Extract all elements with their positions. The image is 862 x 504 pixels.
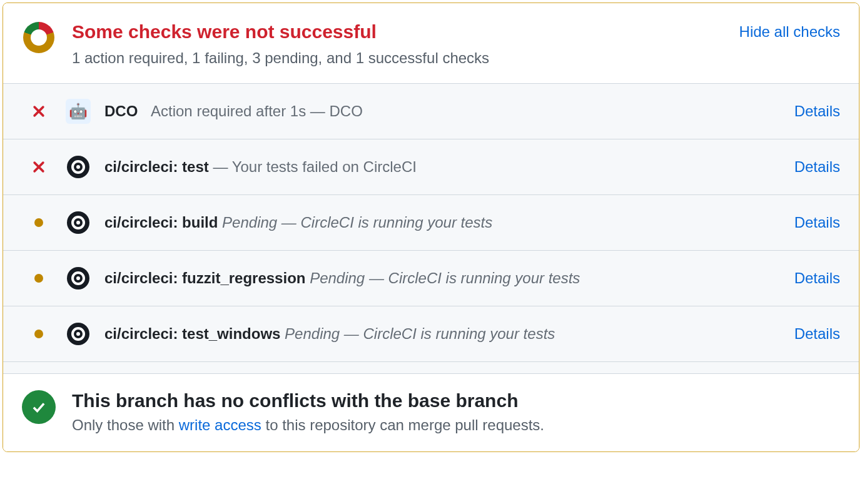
circleci-avatar-icon xyxy=(66,154,91,179)
check-name: ci/circleci: test xyxy=(104,158,209,175)
svg-point-5 xyxy=(76,276,80,280)
merge-footer-sub-pre: Only those with xyxy=(72,416,179,433)
check-description: — Your tests failed on CircleCI xyxy=(213,158,417,175)
check-text: ci/circleci: test_windows Pending — Circ… xyxy=(104,325,782,343)
write-access-link[interactable]: write access xyxy=(179,416,261,433)
check-name: DCO xyxy=(104,103,138,119)
circleci-avatar-icon xyxy=(66,210,91,235)
check-name: ci/circleci: test_windows xyxy=(104,325,280,342)
status-donut-icon xyxy=(23,22,54,53)
check-text: ci/circleci: build Pending — CircleCI is… xyxy=(104,214,782,231)
merge-footer-sub-post: to this repository can merge pull reques… xyxy=(261,416,544,433)
dco-bot-avatar-icon: 🤖 xyxy=(66,99,91,124)
check-row: ci/circleci: test — Your tests failed on… xyxy=(3,139,859,195)
circleci-avatar-icon xyxy=(66,321,91,346)
status-donut-wrap xyxy=(22,21,56,53)
check-name: ci/circleci: fuzzit_regression xyxy=(104,270,305,286)
status-pending-icon xyxy=(22,274,56,283)
merge-footer: This branch has no conflicts with the ba… xyxy=(3,373,859,451)
check-text: ci/circleci: fuzzit_regression Pending —… xyxy=(104,270,782,287)
checks-header: Some checks were not successful 1 action… xyxy=(3,3,859,83)
check-row: 🤖DCO Action required after 1s — DCODetai… xyxy=(3,84,859,139)
svg-point-7 xyxy=(76,332,80,336)
check-description: Action required after 1s — DCO xyxy=(151,103,363,119)
check-text: DCO Action required after 1s — DCO xyxy=(104,103,782,120)
details-link[interactable]: Details xyxy=(794,103,840,120)
success-circle-icon xyxy=(22,390,56,424)
details-link[interactable]: Details xyxy=(794,214,840,231)
merge-status-box: Some checks were not successful 1 action… xyxy=(3,3,859,452)
status-fail-icon xyxy=(22,104,56,118)
status-pending-icon xyxy=(22,330,56,338)
check-row: ci/circleci: test_windows Pending — Circ… xyxy=(3,306,859,362)
status-fail-icon xyxy=(22,160,56,174)
check-row: netlify/prometheus-react/deploy-preview … xyxy=(3,362,859,373)
check-row: ci/circleci: build Pending — CircleCI is… xyxy=(3,195,859,251)
check-row: ci/circleci: fuzzit_regression Pending —… xyxy=(3,251,859,306)
check-description: Pending — CircleCI is running your tests xyxy=(285,325,555,342)
details-link[interactable]: Details xyxy=(794,270,840,287)
check-text: ci/circleci: test — Your tests failed on… xyxy=(104,158,782,176)
circleci-avatar-icon xyxy=(66,266,91,291)
svg-point-3 xyxy=(76,221,80,224)
check-name: ci/circleci: build xyxy=(104,214,218,231)
merge-footer-subtitle: Only those with write access to this rep… xyxy=(72,416,544,434)
checks-subtitle: 1 action required, 1 failing, 3 pending,… xyxy=(72,49,739,67)
details-link[interactable]: Details xyxy=(794,158,840,176)
merge-footer-title: This branch has no conflicts with the ba… xyxy=(72,390,544,411)
checks-list: 🤖DCO Action required after 1s — DCODetai… xyxy=(3,83,859,373)
status-pending-icon xyxy=(22,218,56,227)
svg-point-1 xyxy=(76,165,80,169)
details-link[interactable]: Details xyxy=(794,325,840,343)
hide-all-checks-link[interactable]: Hide all checks xyxy=(739,23,840,41)
check-description: Pending — CircleCI is running your tests xyxy=(310,270,580,286)
checks-title: Some checks were not successful xyxy=(72,21,739,43)
check-description: Pending — CircleCI is running your tests xyxy=(222,214,492,231)
